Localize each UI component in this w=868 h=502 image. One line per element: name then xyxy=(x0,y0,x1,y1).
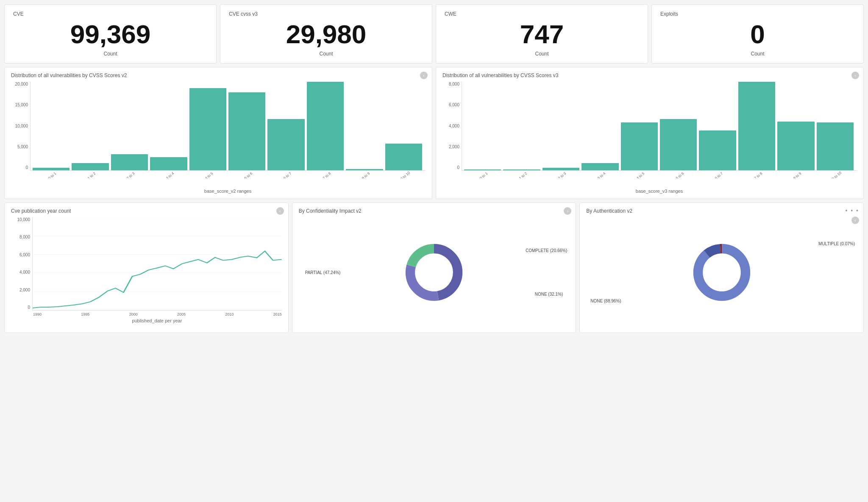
confidentiality-none-label: NONE (32.1%) xyxy=(535,292,563,297)
bar-v3-5to6 xyxy=(660,119,697,170)
stat-cards-row: CVE 99,369 Count CVE cvss v3 29,980 Coun… xyxy=(4,4,864,64)
svg-point-12 xyxy=(703,254,740,291)
stat-card-cve: CVE 99,369 Count xyxy=(4,4,217,64)
xl-1995: 1995 xyxy=(81,312,89,316)
confidentiality-back-button[interactable]: ‹ xyxy=(564,207,571,215)
bar-v2-4to5 xyxy=(189,88,226,170)
x-label-v3-5: 5 to 6 xyxy=(664,171,695,178)
yl-8000: 8,000 xyxy=(19,235,30,239)
y-label-15000: 15,000 xyxy=(15,103,28,107)
x-label-v3-2: 2 to 3 xyxy=(546,171,577,178)
dashboard: CVE 99,369 Count CVE cvss v3 29,980 Coun… xyxy=(0,0,868,337)
x-label-v2-1: 1 to 2 xyxy=(76,171,107,178)
bar-v2-9to10 xyxy=(385,144,422,170)
cve-year-title: Cve publication year count xyxy=(11,208,282,214)
xl-2015: 2015 xyxy=(273,312,282,316)
exploits-content: 0 Count xyxy=(660,21,855,57)
authentication-more-button[interactable]: • • • xyxy=(846,207,859,214)
stat-card-cwe: CWE 747 Count xyxy=(436,4,648,64)
confidentiality-partial-label: PARTIAL (47.24%) xyxy=(305,270,341,275)
y-label-10000: 10,000 xyxy=(15,124,28,128)
cve-content: 99,369 Count xyxy=(13,21,208,57)
bar-v3-1to2 xyxy=(503,169,540,170)
bar-v3-2to3 xyxy=(542,168,579,170)
cvss-v2-back-button[interactable]: ‹ xyxy=(420,72,428,79)
cve-label: Count xyxy=(103,51,117,57)
x-label-v3-7: 7 to 8 xyxy=(743,171,773,178)
authentication-chart-panel: By Authentication v2 • • • ‹ MULTIPLE (0… xyxy=(579,202,864,333)
xl-2005: 2005 xyxy=(177,312,186,316)
stat-card-cvss-v3: CVE cvss v3 29,980 Count xyxy=(220,4,432,64)
confidentiality-chart-panel: By Confidentiality Impact v2 ‹ PARTIAL (… xyxy=(292,202,576,333)
bar-v3-7to8 xyxy=(738,82,775,170)
cvss-v3-chart-title: Distribution of all vulnerabilities by C… xyxy=(442,72,857,78)
cve-title: CVE xyxy=(13,11,208,17)
bar-v2-1to2 xyxy=(72,163,108,170)
x-label-v3-8: 8 to 9 xyxy=(782,171,812,178)
middle-charts-row: Distribution of all vulnerabilities by C… xyxy=(4,67,864,199)
exploits-title: Exploits xyxy=(660,11,855,17)
cwe-label: Count xyxy=(535,51,548,57)
x-label-v3-1: 1 to 2 xyxy=(507,171,538,178)
y-label-0: 0 xyxy=(25,165,28,170)
cvss-v3-label: Count xyxy=(319,51,333,57)
cve-year-chart-panel: Cve publication year count ‹ 10,000 8,00… xyxy=(4,202,289,333)
cvss-v3-chart-panel: Distribution of all vulnerabilities by C… xyxy=(436,67,864,199)
y3-label-8000: 8,000 xyxy=(449,82,459,86)
yl-0: 0 xyxy=(28,305,30,310)
cvss-v2-x-axis-title: base_score_v2 ranges xyxy=(30,189,426,194)
x-label-v2-2: 2 to 3 xyxy=(115,171,146,178)
bar-v3-0to1 xyxy=(464,169,501,170)
x-label-v3-3: 3 to 4 xyxy=(586,171,617,178)
authentication-multiple-label: MULTIPLE (0.07%) xyxy=(818,241,855,246)
bar-v3-9to10 xyxy=(817,122,854,170)
x-label-v3-0: 0 to 1 xyxy=(468,171,499,178)
bar-v2-3to4 xyxy=(150,157,187,170)
yl-10000: 10,000 xyxy=(17,217,30,222)
xl-2000: 2000 xyxy=(129,312,138,316)
svg-point-8 xyxy=(415,254,453,291)
x-label-v2-7: 7 to 8 xyxy=(311,171,342,178)
cvss-v3-x-axis-title: base_score_v3 ranges xyxy=(462,189,857,194)
yl-4000: 4,000 xyxy=(19,270,30,275)
cwe-content: 747 Count xyxy=(445,21,639,57)
y3-label-2000: 2,000 xyxy=(449,144,459,149)
bar-v2-7to8 xyxy=(307,82,344,170)
bar-v2-5to6 xyxy=(228,92,265,170)
line-chart-svg xyxy=(33,217,282,310)
yl-2000: 2,000 xyxy=(19,288,30,292)
confidentiality-complete-label: COMPLETE (20.66%) xyxy=(526,248,567,253)
xl-1990: 1990 xyxy=(33,312,42,316)
stat-card-exploits: Exploits 0 Count xyxy=(651,4,864,64)
cwe-title: CWE xyxy=(445,11,639,17)
bar-v3-4to5 xyxy=(621,122,658,170)
cve-value: 99,369 xyxy=(70,21,151,47)
authentication-none-label: NONE (88.96%) xyxy=(590,299,621,303)
x-label-v2-0: 0 to 1 xyxy=(36,171,67,178)
x-label-v2-3: 3 to 4 xyxy=(154,171,185,178)
y3-label-0: 0 xyxy=(457,165,459,170)
bar-v3-8to9 xyxy=(777,122,814,170)
bar-v2-6to7 xyxy=(267,119,304,170)
bar-v2-8to9 xyxy=(346,169,383,170)
yl-6000: 6,000 xyxy=(19,252,30,257)
bottom-charts-row: Cve publication year count ‹ 10,000 8,00… xyxy=(4,202,864,333)
bar-v2-0to1 xyxy=(33,168,70,170)
xl-2010: 2010 xyxy=(225,312,234,316)
x-label-v2-4: 4 to 5 xyxy=(193,171,224,178)
authentication-donut-svg xyxy=(688,239,756,306)
bar-v2-2to3 xyxy=(111,154,148,170)
cvss-v2-chart-title: Distribution of all vulnerabilities by C… xyxy=(11,72,426,78)
cvss-v3-value: 29,980 xyxy=(286,21,367,47)
x-label-v3-4: 4 to 5 xyxy=(625,171,656,178)
cve-year-back-button[interactable]: ‹ xyxy=(276,207,284,215)
x-label-v3-9: 9 to 10 xyxy=(821,171,852,178)
y-label-20000: 20,000 xyxy=(15,82,28,86)
cvss-v3-back-button[interactable]: ‹ xyxy=(851,72,859,79)
x-label-v3-6: 6 to 7 xyxy=(703,171,734,178)
x-label-v2-5: 5 to 6 xyxy=(233,171,264,178)
y-label-5000: 5,000 xyxy=(17,144,28,149)
cwe-value: 747 xyxy=(520,21,564,47)
x-label-v2-8: 8 to 9 xyxy=(350,171,381,178)
confidentiality-donut-svg xyxy=(400,239,468,306)
